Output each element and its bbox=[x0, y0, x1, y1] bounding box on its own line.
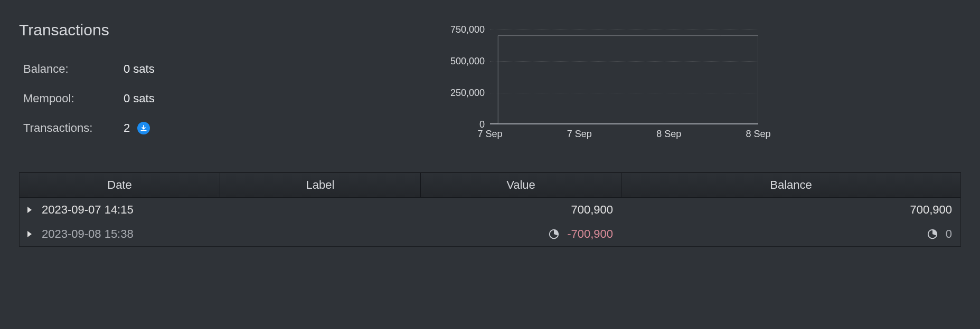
page-title: Transactions bbox=[19, 21, 431, 39]
balance-label: Balance: bbox=[23, 62, 124, 76]
table-row[interactable]: 2023-09-08 15:38-700,9000 bbox=[20, 222, 960, 246]
x-tick-label: 8 Sep bbox=[746, 129, 770, 140]
balance-chart: 0250,000500,000750,000 7 Sep7 Sep8 Sep8 … bbox=[441, 30, 758, 146]
table-header: Date Label Value Balance bbox=[20, 173, 960, 198]
th-balance[interactable]: Balance bbox=[621, 173, 960, 197]
expand-row-icon[interactable] bbox=[27, 230, 33, 238]
th-date[interactable]: Date bbox=[20, 173, 220, 197]
cell-date: 2023-09-07 14:15 bbox=[42, 203, 134, 217]
x-tick-label: 7 Sep bbox=[567, 129, 592, 140]
th-label[interactable]: Label bbox=[220, 173, 421, 197]
balance-value: 0 sats bbox=[124, 62, 431, 76]
pie-chart-icon bbox=[927, 228, 938, 240]
cell-label bbox=[220, 232, 421, 236]
cell-balance: 0 bbox=[946, 227, 952, 241]
x-tick-label: 8 Sep bbox=[656, 129, 681, 140]
y-tick-label: 750,000 bbox=[450, 24, 485, 35]
table-row[interactable]: 2023-09-07 14:15700,900700,900 bbox=[20, 198, 960, 222]
x-tick-label: 7 Sep bbox=[477, 129, 502, 140]
cell-label bbox=[220, 208, 421, 212]
mempool-label: Mempool: bbox=[23, 92, 124, 105]
gridline bbox=[490, 61, 758, 62]
y-tick-label: 500,000 bbox=[450, 56, 485, 67]
export-csv-icon[interactable] bbox=[137, 122, 150, 134]
th-value[interactable]: Value bbox=[421, 173, 621, 197]
transactions-count-label: Transactions: bbox=[23, 121, 124, 135]
cell-date: 2023-09-08 15:38 bbox=[42, 227, 134, 241]
gridline bbox=[490, 30, 758, 30]
chart-series-line bbox=[490, 36, 758, 123]
stats-grid: Balance: 0 sats Mempool: 0 sats Transact… bbox=[19, 62, 431, 135]
cell-value: 700,900 bbox=[571, 203, 613, 217]
y-tick-label: 250,000 bbox=[450, 88, 485, 99]
mempool-value: 0 sats bbox=[124, 92, 431, 105]
transactions-table: Date Label Value Balance 2023-09-07 14:1… bbox=[19, 172, 961, 247]
gridline bbox=[490, 93, 758, 93]
cell-balance: 700,900 bbox=[910, 203, 952, 217]
cell-value: -700,900 bbox=[567, 227, 613, 241]
transactions-count-value: 2 bbox=[124, 121, 130, 135]
expand-row-icon[interactable] bbox=[27, 206, 33, 214]
pie-chart-icon bbox=[548, 228, 560, 240]
